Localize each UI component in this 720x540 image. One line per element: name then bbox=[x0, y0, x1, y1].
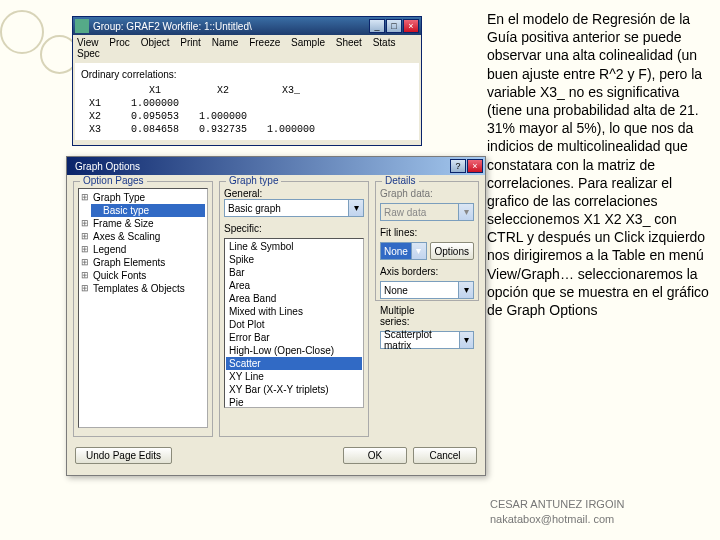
cancel-button[interactable]: Cancel bbox=[413, 447, 477, 464]
ok-button[interactable]: OK bbox=[343, 447, 407, 464]
footer-credits: CESAR ANTUNEZ IRGOIN nakatabox@hotmail. … bbox=[490, 497, 624, 526]
dialog-title: Graph Options bbox=[69, 161, 450, 172]
cell: 0.084658 bbox=[121, 123, 189, 136]
row-label: X3 bbox=[79, 123, 121, 136]
dialog-help-button[interactable]: ? bbox=[450, 159, 466, 173]
gtype-xy-bar[interactable]: XY Bar (X-X-Y triplets) bbox=[226, 383, 362, 396]
gtype-xy-line[interactable]: XY Line bbox=[226, 370, 362, 383]
multiple-series-combo[interactable]: Scatterplot matrix bbox=[380, 331, 474, 349]
tree-item-graph-type[interactable]: Graph Type bbox=[81, 191, 205, 204]
cell: 0.095053 bbox=[121, 110, 189, 123]
col-header: X3_ bbox=[257, 84, 325, 97]
cell: 1.000000 bbox=[121, 97, 189, 110]
menu-view[interactable]: View bbox=[77, 37, 99, 48]
menu-print[interactable]: Print bbox=[180, 37, 201, 48]
gtype-dot-plot[interactable]: Dot Plot bbox=[226, 318, 362, 331]
multiple-series-value: Scatterplot matrix bbox=[384, 329, 459, 351]
cell bbox=[257, 97, 325, 110]
cell bbox=[257, 110, 325, 123]
tree-item-templates[interactable]: Templates & Objects bbox=[81, 282, 205, 295]
general-combo[interactable]: Basic graph bbox=[224, 199, 364, 217]
gtype-area[interactable]: Area bbox=[226, 279, 362, 292]
graph-data-combo: Raw data bbox=[380, 203, 474, 221]
axis-borders-value: None bbox=[384, 285, 408, 296]
tree-item-basic-type[interactable]: Basic type bbox=[91, 204, 205, 217]
graph-data-value: Raw data bbox=[384, 207, 426, 218]
fit-lines-options-button[interactable]: Options bbox=[430, 242, 474, 260]
fit-lines-value: None bbox=[384, 246, 408, 257]
graph-options-dialog: Graph Options ? × Option Pages Graph Typ… bbox=[66, 156, 486, 476]
specific-label: Specific: bbox=[224, 223, 364, 234]
group-titlebar[interactable]: Group: GRAF2 Workfile: 1::Untitled\ _ □ … bbox=[73, 17, 421, 35]
axis-borders-combo[interactable]: None bbox=[380, 281, 474, 299]
multiple-series-label: Multiple series: bbox=[380, 305, 440, 327]
general-combo-value: Basic graph bbox=[228, 203, 281, 214]
menu-freeze[interactable]: Freeze bbox=[249, 37, 280, 48]
tree-item-legend[interactable]: Legend bbox=[81, 243, 205, 256]
dialog-close-button[interactable]: × bbox=[467, 159, 483, 173]
row-label: X1 bbox=[79, 97, 121, 110]
menu-object[interactable]: Object bbox=[141, 37, 170, 48]
cell bbox=[189, 97, 257, 110]
gtype-bar[interactable]: Bar bbox=[226, 266, 362, 279]
correlation-table: X1 X2 X3_ X1 1.000000 X2 0.095053 1.0000… bbox=[79, 84, 325, 136]
gtype-pie[interactable]: Pie bbox=[226, 396, 362, 408]
axis-borders-label: Axis borders: bbox=[380, 266, 440, 277]
gtype-mixed[interactable]: Mixed with Lines bbox=[226, 305, 362, 318]
cell: 0.932735 bbox=[189, 123, 257, 136]
fit-lines-label: Fit lines: bbox=[380, 227, 440, 238]
menu-proc[interactable]: Proc bbox=[109, 37, 130, 48]
tree-item-graph-elements[interactable]: Graph Elements bbox=[81, 256, 205, 269]
explanation-paragraph: En el modelo de Regresión de la Guía pos… bbox=[487, 10, 712, 319]
menu-name[interactable]: Name bbox=[212, 37, 239, 48]
tree-item-quick-fonts[interactable]: Quick Fonts bbox=[81, 269, 205, 282]
gtype-error-bar[interactable]: Error Bar bbox=[226, 331, 362, 344]
details-legend: Details bbox=[382, 175, 419, 186]
general-label: General: bbox=[224, 188, 364, 199]
option-pages-legend: Option Pages bbox=[80, 175, 147, 186]
cell: 1.000000 bbox=[257, 123, 325, 136]
fit-lines-combo[interactable]: None bbox=[380, 242, 427, 260]
correlation-content: Ordinary correlations: X1 X2 X3_ X1 1.00… bbox=[75, 63, 419, 140]
gtype-line-symbol[interactable]: Line & Symbol bbox=[226, 240, 362, 253]
tree-item-axes-scaling[interactable]: Axes & Scaling bbox=[81, 230, 205, 243]
group-window: Group: GRAF2 Workfile: 1::Untitled\ _ □ … bbox=[72, 16, 422, 146]
option-pages-tree[interactable]: Graph Type Basic type Frame & Size Axes … bbox=[78, 188, 208, 428]
minimize-button[interactable]: _ bbox=[369, 19, 385, 33]
gtype-spike[interactable]: Spike bbox=[226, 253, 362, 266]
specific-listbox[interactable]: Line & Symbol Spike Bar Area Area Band M… bbox=[224, 238, 364, 408]
close-button[interactable]: × bbox=[403, 19, 419, 33]
gtype-scatter[interactable]: Scatter bbox=[226, 357, 362, 370]
graph-type-fieldset: Graph type General: Basic graph Specific… bbox=[219, 181, 369, 437]
group-menubar: View Proc Object Print Name Freeze Sampl… bbox=[73, 35, 421, 61]
footer-name: CESAR ANTUNEZ IRGOIN bbox=[490, 497, 624, 511]
menu-stats[interactable]: Stats bbox=[373, 37, 396, 48]
undo-page-edits-button[interactable]: Undo Page Edits bbox=[75, 447, 172, 464]
correlation-label: Ordinary correlations: bbox=[79, 67, 415, 84]
row-label: X2 bbox=[79, 110, 121, 123]
tree-item-frame-size[interactable]: Frame & Size bbox=[81, 217, 205, 230]
details-fieldset: Details Graph data: Raw data Fit lines: … bbox=[375, 181, 479, 301]
col-header: X1 bbox=[121, 84, 189, 97]
app-icon bbox=[75, 19, 89, 33]
gtype-high-low[interactable]: High-Low (Open-Close) bbox=[226, 344, 362, 357]
option-pages-fieldset: Option Pages Graph Type Basic type Frame… bbox=[73, 181, 213, 437]
menu-sheet[interactable]: Sheet bbox=[336, 37, 362, 48]
gtype-area-band[interactable]: Area Band bbox=[226, 292, 362, 305]
graph-type-legend: Graph type bbox=[226, 175, 281, 186]
cell: 1.000000 bbox=[189, 110, 257, 123]
dialog-titlebar[interactable]: Graph Options ? × bbox=[67, 157, 485, 175]
menu-sample[interactable]: Sample bbox=[291, 37, 325, 48]
maximize-button[interactable]: □ bbox=[386, 19, 402, 33]
menu-spec[interactable]: Spec bbox=[77, 48, 100, 59]
col-header: X2 bbox=[189, 84, 257, 97]
graph-data-label: Graph data: bbox=[380, 188, 440, 199]
footer-email: nakatabox@hotmail. com bbox=[490, 512, 624, 526]
group-title: Group: GRAF2 Workfile: 1::Untitled\ bbox=[93, 21, 369, 32]
